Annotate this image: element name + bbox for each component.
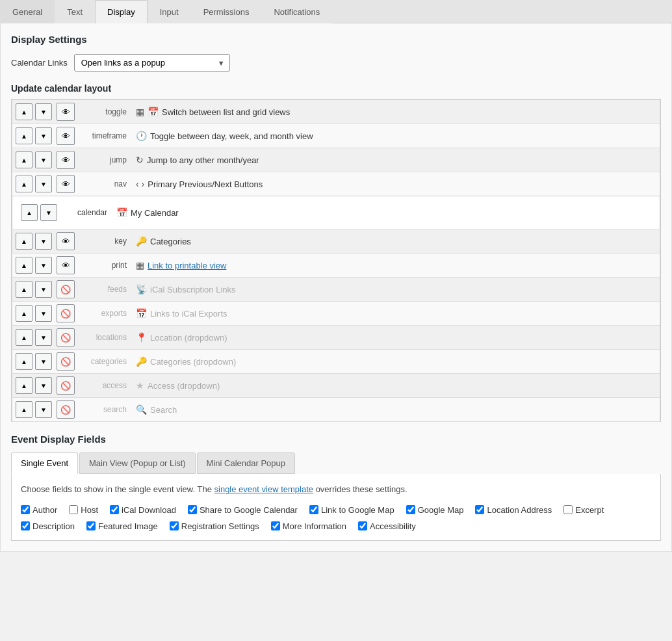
locations-label: locations — [80, 333, 132, 342]
checkbox-description[interactable]: Description — [21, 521, 75, 531]
timeframe-up-btn[interactable]: ▲ — [16, 127, 32, 144]
calendar-down-btn[interactable]: ▼ — [40, 204, 57, 221]
event-template-link[interactable]: single event view template — [214, 484, 313, 494]
print-eye-btn[interactable]: 👁 — [57, 256, 75, 274]
categories-up-btn[interactable]: ▲ — [16, 353, 32, 370]
checkbox-location-address[interactable]: Location Address — [475, 505, 552, 515]
categories-eye-btn[interactable]: 🚫 — [57, 352, 75, 371]
jump-up-btn[interactable]: ▲ — [16, 151, 32, 168]
calendar-up-btn[interactable]: ▲ — [21, 204, 38, 221]
nav-eye-btn[interactable]: 👁 — [57, 175, 75, 193]
print-controls: ▲ ▼ 👁 — [12, 256, 80, 274]
layout-wrapper: ▲ ▼ 👁 toggle ▦ 📅 Switch between list and… — [11, 99, 661, 422]
locations-desc: 📍 Location (dropdown) — [132, 332, 660, 343]
calendar-cal-icon: 📅 — [116, 207, 127, 218]
search-up-btn[interactable]: ▲ — [16, 401, 32, 418]
jump-down-btn[interactable]: ▼ — [35, 151, 52, 168]
tab-permissions[interactable]: Permissions — [191, 0, 262, 23]
checkbox-excerpt[interactable]: Excerpt — [563, 505, 604, 515]
location-address-checkbox[interactable] — [475, 505, 484, 514]
timeframe-eye-btn[interactable]: 👁 — [57, 127, 75, 145]
print-grid-icon: ▦ — [136, 260, 144, 270]
toggle-down-btn[interactable]: ▼ — [35, 103, 52, 120]
display-settings-title: Display Settings — [11, 34, 661, 45]
feeds-eye-btn[interactable]: 🚫 — [57, 280, 75, 298]
nav-up-btn[interactable]: ▲ — [16, 176, 32, 192]
layout-row-access: ▲ ▼ 🚫 access ★ Access (dropdown) — [12, 373, 660, 398]
access-star-icon: ★ — [136, 380, 144, 391]
timeframe-down-btn[interactable]: ▼ — [35, 127, 52, 144]
key-down-btn[interactable]: ▼ — [35, 233, 52, 250]
tab-notifications[interactable]: Notifications — [261, 0, 332, 23]
layout-row-feeds: ▲ ▼ 🚫 feeds 📡 iCal Subscription Links — [12, 277, 660, 302]
tab-text[interactable]: Text — [55, 0, 95, 23]
event-content: Choose fields to show in the single even… — [11, 474, 661, 541]
accessibility-checkbox[interactable] — [358, 521, 367, 530]
exports-eye-btn[interactable]: 🚫 — [57, 304, 75, 322]
access-eye-btn[interactable]: 🚫 — [57, 376, 75, 395]
key-eye-btn[interactable]: 👁 — [57, 232, 75, 250]
exports-up-btn[interactable]: ▲ — [16, 305, 32, 322]
checkbox-registration-settings[interactable]: Registration Settings — [170, 521, 259, 531]
host-checkbox[interactable] — [69, 505, 78, 514]
access-down-btn[interactable]: ▼ — [35, 377, 52, 394]
tab-general[interactable]: General — [0, 0, 55, 23]
key-up-btn[interactable]: ▲ — [16, 233, 32, 250]
registration-settings-checkbox[interactable] — [170, 521, 179, 530]
categories-desc: 🔑 Categories (dropdown) — [132, 356, 660, 367]
checkbox-ical-download[interactable]: iCal Download — [110, 505, 176, 515]
checkbox-more-information[interactable]: More Information — [271, 521, 346, 531]
author-checkbox[interactable] — [21, 505, 30, 514]
featured-image-checkbox[interactable] — [86, 521, 96, 530]
calendar-label: calendar — [60, 208, 112, 217]
search-icon: 🔍 — [136, 404, 147, 415]
key-controls: ▲ ▼ 👁 — [12, 232, 80, 250]
nav-down-btn[interactable]: ▼ — [35, 176, 52, 192]
checkbox-share-google[interactable]: Share to Google Calendar — [188, 505, 298, 515]
google-map-checkbox[interactable] — [406, 505, 415, 514]
layout-row-timeframe: ▲ ▼ 👁 timeframe 🕐 Toggle between day, we… — [12, 124, 660, 148]
checkbox-link-google-map[interactable]: Link to Google Map — [309, 505, 394, 515]
ical-download-checkbox[interactable] — [110, 505, 119, 514]
exports-controls: ▲ ▼ 🚫 — [12, 304, 80, 322]
tab-input[interactable]: Input — [148, 0, 191, 23]
share-google-checkbox[interactable] — [188, 505, 197, 514]
print-up-btn[interactable]: ▲ — [16, 257, 32, 274]
search-down-btn[interactable]: ▼ — [35, 401, 52, 418]
calendar-links-select[interactable]: Open links as a popup — [74, 54, 230, 72]
locations-up-btn[interactable]: ▲ — [16, 329, 32, 346]
locations-pin-icon: 📍 — [136, 332, 147, 343]
checkbox-host[interactable]: Host — [69, 505, 98, 515]
exports-down-btn[interactable]: ▼ — [35, 305, 52, 322]
link-google-map-checkbox[interactable] — [309, 505, 318, 514]
event-description: Choose fields to show in the single even… — [21, 483, 651, 496]
more-information-checkbox[interactable] — [271, 521, 280, 530]
search-eye-btn[interactable]: 🚫 — [57, 400, 75, 419]
categories-down-btn[interactable]: ▼ — [35, 353, 52, 370]
event-tab-single[interactable]: Single Event — [11, 452, 78, 474]
checkbox-author[interactable]: Author — [21, 505, 57, 515]
toggle-up-btn[interactable]: ▲ — [16, 103, 32, 120]
print-down-btn[interactable]: ▼ — [35, 257, 52, 274]
tab-display[interactable]: Display — [95, 0, 148, 23]
layout-row-jump: ▲ ▼ 👁 jump ↻ Jump to any other month/yea… — [12, 148, 660, 172]
access-up-btn[interactable]: ▲ — [16, 377, 32, 394]
description-checkbox[interactable] — [21, 521, 30, 530]
checkbox-featured-image[interactable]: Featured Image — [86, 521, 158, 531]
checkbox-google-map[interactable]: Google Map — [406, 505, 464, 515]
main-tabs-bar: General Text Display Input Permissions N… — [0, 0, 672, 23]
feeds-up-btn[interactable]: ▲ — [16, 281, 32, 298]
locations-eye-btn[interactable]: 🚫 — [57, 328, 75, 347]
feeds-down-btn[interactable]: ▼ — [35, 281, 52, 298]
locations-down-btn[interactable]: ▼ — [35, 329, 52, 346]
toggle-eye-btn[interactable]: 👁 — [57, 103, 75, 121]
excerpt-checkbox[interactable] — [563, 505, 573, 514]
layout-row-nav: ▲ ▼ 👁 nav ‹ › Primary Previous/Next Butt… — [12, 172, 660, 196]
event-tab-mini[interactable]: Mini Calendar Popup — [197, 452, 295, 474]
print-desc[interactable]: ▦ Link to printable view — [132, 260, 660, 270]
checkbox-accessibility[interactable]: Accessibility — [358, 521, 416, 531]
layout-row-key: ▲ ▼ 👁 key 🔑 Categories — [12, 229, 660, 254]
event-tab-main[interactable]: Main View (Popup or List) — [79, 452, 196, 474]
calendar-desc: 📅 My Calendar — [112, 207, 654, 218]
jump-eye-btn[interactable]: 👁 — [57, 151, 75, 169]
